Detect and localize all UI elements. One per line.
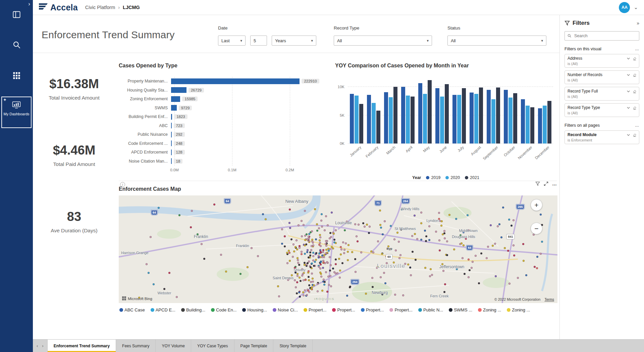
- case-dot[interactable]: [304, 210, 306, 212]
- case-dot[interactable]: [317, 283, 319, 285]
- case-dot[interactable]: [329, 275, 331, 277]
- case-dot[interactable]: [486, 257, 488, 259]
- case-dot[interactable]: [146, 263, 148, 265]
- case-dot[interactable]: [443, 230, 445, 232]
- case-dot[interactable]: [325, 240, 327, 242]
- case-dot[interactable]: [353, 282, 355, 284]
- case-dot[interactable]: [329, 270, 331, 272]
- more-options-icon[interactable]: …: [635, 123, 639, 128]
- case-dot[interactable]: [500, 236, 502, 238]
- case-dot[interactable]: [443, 232, 445, 234]
- case-dot[interactable]: [517, 277, 519, 279]
- case-dot[interactable]: [333, 241, 335, 243]
- bar[interactable]: [350, 94, 354, 143]
- case-dot[interactable]: [523, 260, 525, 262]
- case-dot[interactable]: [347, 259, 349, 261]
- case-dot[interactable]: [239, 273, 241, 275]
- case-dot[interactable]: [511, 225, 513, 227]
- case-dot[interactable]: [469, 269, 471, 271]
- case-dot[interactable]: [428, 225, 430, 227]
- case-dot[interactable]: [381, 293, 383, 295]
- zoom-out-button[interactable]: −: [531, 223, 542, 234]
- bar[interactable]: [171, 105, 177, 111]
- eraser-icon[interactable]: [633, 73, 637, 77]
- bar[interactable]: [171, 123, 172, 128]
- case-dot[interactable]: [312, 259, 314, 261]
- case-dot[interactable]: [330, 236, 332, 238]
- case-dot[interactable]: [345, 242, 347, 244]
- case-dot[interactable]: [294, 246, 297, 248]
- case-dot[interactable]: [308, 291, 310, 293]
- case-dot[interactable]: [372, 286, 374, 288]
- bar[interactable]: [171, 158, 172, 164]
- date-unit-select[interactable]: Years▾: [272, 36, 316, 46]
- case-dot[interactable]: [288, 222, 290, 224]
- case-dot[interactable]: [472, 261, 474, 263]
- bar[interactable]: [372, 103, 376, 143]
- case-dot[interactable]: [319, 268, 321, 270]
- case-dot[interactable]: [308, 276, 310, 278]
- case-dot[interactable]: [284, 245, 286, 247]
- case-dot[interactable]: [444, 237, 446, 239]
- tab-enforcement-trend-summary[interactable]: Enforcement Trend Summary: [47, 340, 116, 352]
- bar[interactable]: [521, 99, 525, 143]
- filter-card[interactable]: Record Type Fullis (All): [565, 87, 639, 101]
- case-dot[interactable]: [347, 251, 349, 253]
- case-dot[interactable]: [340, 248, 342, 250]
- bar[interactable]: [474, 94, 478, 143]
- case-dot[interactable]: [330, 264, 332, 266]
- bar[interactable]: [423, 94, 427, 143]
- case-dot[interactable]: [360, 251, 362, 253]
- case-dot[interactable]: [354, 223, 356, 225]
- filter-card[interactable]: Record Moduleis Enforcement: [565, 130, 639, 144]
- case-dot[interactable]: [303, 294, 305, 296]
- case-dot[interactable]: [346, 295, 348, 297]
- case-dot[interactable]: [428, 239, 430, 241]
- case-dot[interactable]: [460, 234, 462, 236]
- case-dot[interactable]: [309, 251, 311, 253]
- case-dot[interactable]: [368, 232, 370, 234]
- case-dot[interactable]: [201, 243, 203, 245]
- case-dot[interactable]: [441, 263, 443, 265]
- case-dot[interactable]: [289, 209, 291, 211]
- case-dot[interactable]: [468, 258, 470, 260]
- case-dot[interactable]: [314, 208, 316, 210]
- case-dot[interactable]: [305, 279, 307, 281]
- case-dot[interactable]: [398, 257, 400, 259]
- case-dot[interactable]: [251, 247, 253, 249]
- case-dot[interactable]: [396, 232, 398, 234]
- case-dot[interactable]: [320, 276, 322, 278]
- legend-item[interactable]: Zoning ...: [507, 307, 530, 312]
- case-dot[interactable]: [490, 224, 492, 226]
- case-dot[interactable]: [322, 267, 324, 269]
- case-dot[interactable]: [301, 268, 303, 270]
- case-dot[interactable]: [335, 263, 337, 265]
- case-dot[interactable]: [316, 223, 318, 225]
- case-dot[interactable]: [220, 254, 222, 256]
- case-dot[interactable]: [308, 240, 310, 242]
- case-dot[interactable]: [304, 244, 306, 246]
- case-dot[interactable]: [307, 238, 309, 240]
- case-dot[interactable]: [313, 284, 315, 286]
- case-dot[interactable]: [399, 254, 401, 256]
- case-dot[interactable]: [326, 261, 328, 263]
- date-value-input[interactable]: 5: [250, 36, 267, 46]
- case-dot[interactable]: [277, 285, 279, 287]
- case-dot[interactable]: [540, 253, 542, 255]
- case-dot[interactable]: [379, 224, 381, 226]
- legend-item[interactable]: Noise Ci...: [273, 307, 298, 312]
- case-dot[interactable]: [393, 238, 395, 240]
- case-dot[interactable]: [380, 276, 382, 278]
- case-dot[interactable]: [471, 267, 473, 269]
- legend-item[interactable]: Housing...: [242, 307, 267, 312]
- case-dot[interactable]: [320, 263, 322, 266]
- case-dot[interactable]: [494, 243, 496, 245]
- case-dot[interactable]: [380, 227, 382, 229]
- case-dot[interactable]: [163, 288, 165, 290]
- bar[interactable]: [538, 108, 542, 143]
- case-dot[interactable]: [478, 282, 480, 284]
- bar[interactable]: [401, 87, 405, 143]
- bar[interactable]: [452, 95, 457, 143]
- case-dot[interactable]: [325, 243, 327, 245]
- case-dot[interactable]: [319, 234, 321, 236]
